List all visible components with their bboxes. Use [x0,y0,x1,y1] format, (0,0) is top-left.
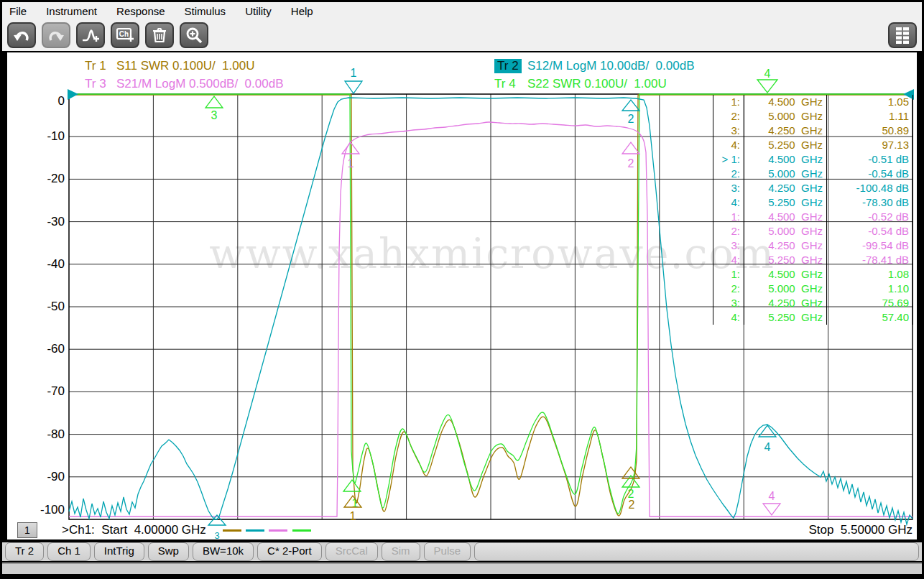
marker-frequency: 5.000 GHz [744,224,827,238]
marker-value: 50.89 [827,124,913,138]
marker-value: -0.52 dB [827,210,913,224]
marker-label-1: 1 [348,157,354,170]
marker-value: -0.54 dB [827,224,913,238]
marker-table-row: 3:4.250 GHz75.69 [713,296,913,310]
marker-triangle-2 [622,142,639,154]
marker-label-4: 4 [769,490,775,502]
legend-tr1[interactable]: Tr 1 [85,59,106,73]
marker-number: 3: [713,296,744,310]
sweep-start-label: >Ch1: Start 4.00000 GHz [62,523,206,537]
y-axis-tick-label: -100 [22,503,65,517]
marker-value: 1.11 [827,109,913,124]
marker-label-1: 1 [350,510,356,522]
marker-value: -78.30 dB [827,195,913,210]
marker-number: 2: [713,282,744,296]
y-axis-tick-label: -60 [22,342,65,356]
marker-number: 1: [713,210,744,224]
marker-number: > 1: [713,152,744,167]
marker-triangle-1 [342,142,359,154]
vna-application-window: { "menu": {"items": ["File", "Instrument… [0,0,924,579]
marker-number: 2: [713,167,744,181]
marker-value: 97.13 [827,138,913,152]
marker-triangle-1 [345,81,362,93]
marker-value: 1.10 [827,282,913,296]
legend-dash-tr2 [246,529,264,532]
y-axis-tick-label: 0 [22,94,65,108]
marker-frequency: 4.250 GHz [744,124,827,138]
marker-value: -0.54 dB [827,167,913,181]
marker-table-row: 1:4.500 GHz-0.52 dB [713,210,913,224]
y-axis-tick-label: -70 [22,384,65,399]
legend-dash-tr3 [269,529,287,532]
marker-table-row: 3:4.250 GHz50.89 [713,124,913,138]
marker-number: 3: [713,124,744,138]
legend-tr2-format: S12/M LogM 10.00dB/ 0.00dB [527,59,695,73]
legend-tr3[interactable]: Tr 3 [85,77,106,91]
marker-value: 1.05 [827,95,913,109]
marker-table-row: 1:4.500 GHz1.05 [713,95,913,109]
marker-table-row: 4:5.250 GHz57.40 [713,310,913,325]
marker-table-row: 4:5.250 GHz-78.30 dB [713,195,913,210]
y-axis-tick-label: -40 [22,257,65,272]
legend-tr4[interactable]: Tr 4 [494,77,516,91]
reference-level-arrow [68,89,78,100]
marker-label-2: 2 [628,157,634,170]
legend-dash-tr4 [292,529,311,532]
marker-table-row: 2:5.000 GHz1.10 [713,282,913,296]
marker-frequency: 5.250 GHz [744,310,827,325]
marker-frequency: 4.250 GHz [744,181,827,195]
marker-number: 3: [713,181,744,195]
marker-number: 3: [713,238,744,253]
marker-number: 4: [713,310,744,325]
sweep-stop-label: Stop 5.50000 GHz [719,523,913,537]
marker-triangle-4 [763,504,780,515]
marker-label-2: 2 [628,113,634,125]
marker-value: -78.41 dB [827,253,913,267]
marker-readout-table: 1:4.500 GHz1.052:5.000 GHz1.113:4.250 GH… [713,95,913,325]
legend-dash-tr1 [223,529,241,532]
marker-label-3: 3 [211,109,218,121]
marker-number: 1: [713,267,744,282]
marker-table-row: 4:5.250 GHz97.13 [713,138,913,152]
marker-number: 4: [713,138,744,152]
marker-frequency: 5.000 GHz [744,282,827,296]
legend-tr2[interactable]: Tr 2 [494,59,522,73]
marker-table-row: 3:4.250 GHz-100.48 dB [713,181,913,195]
marker-frequency: 4.250 GHz [744,238,827,253]
y-axis-tick-label: -90 [22,470,65,484]
marker-number: 4: [713,253,744,267]
marker-value: 1.08 [827,267,913,282]
marker-number: 2: [713,224,744,238]
marker-table-row: 4:5.250 GHz-78.41 dB [713,253,913,267]
marker-table-row: 1:4.500 GHz1.08 [713,267,913,282]
marker-table-row: 3:4.250 GHz-99.54 dB [713,238,913,253]
marker-label-1: 1 [351,67,357,79]
trace-S11-SWR [69,95,353,467]
marker-triangle-2 [622,476,639,487]
y-axis-tick-label: -20 [22,172,65,186]
marker-frequency: 4.500 GHz [744,152,827,167]
marker-frequency: 5.250 GHz [744,253,827,267]
marker-label-4: 4 [764,441,771,453]
marker-number: 2: [713,109,744,124]
legend-tr1-format: S11 SWR 0.100U/ 1.00U [116,59,254,73]
marker-value: -0.51 dB [827,152,913,167]
y-axis-tick-label: -80 [22,427,65,442]
marker-triangle-4 [757,80,777,93]
marker-value: -100.48 dB [827,181,913,195]
marker-value: -99.54 dB [827,238,913,253]
marker-label-2: 2 [629,499,635,511]
trace-S22-SWR [351,412,637,514]
marker-label-3: 3 [214,530,219,541]
marker-label-4: 4 [764,68,771,80]
trace-S22-SWR [69,94,351,451]
trace-S11-SWR [353,417,637,516]
marker-frequency: 5.000 GHz [744,109,827,124]
marker-value: 57.40 [827,310,913,325]
marker-number: 4: [713,195,744,210]
marker-table-row: > 1:4.500 GHz-0.51 dB [713,152,913,167]
marker-frequency: 4.500 GHz [744,95,827,109]
marker-triangle-2 [622,100,639,111]
marker-number: 1: [713,95,744,109]
marker-table-row: 2:5.000 GHz1.11 [713,109,913,124]
